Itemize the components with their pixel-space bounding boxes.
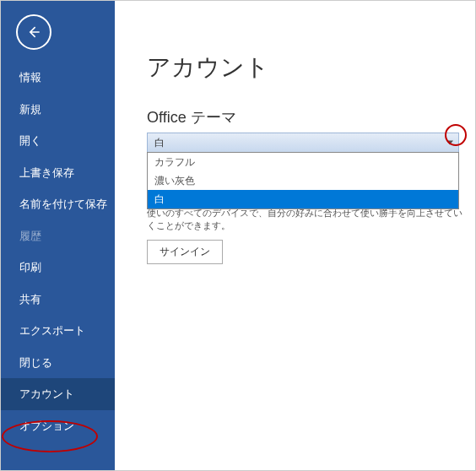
chevron-down-icon [446, 141, 453, 145]
signin-description: 使いのすべてのデバイスで、自分の好みに合わせて使い勝手を向上させていくことができ… [147, 207, 463, 233]
sidebar-item-open[interactable]: 開く [1, 125, 115, 157]
sidebar-item-save-as[interactable]: 名前を付けて保存 [1, 188, 115, 220]
theme-combobox-list: カラフル濃い灰色白 [147, 152, 459, 209]
theme-option[interactable]: 濃い灰色 [148, 171, 458, 190]
sidebar-item-options[interactable]: オプション [1, 410, 115, 442]
theme-option[interactable]: カラフル [148, 153, 458, 171]
back-arrow-icon [25, 24, 42, 41]
sidebar-item-save[interactable]: 上書き保存 [1, 157, 115, 189]
theme-combobox[interactable]: 白 カラフル濃い灰色白 [147, 133, 459, 153]
sidebar-item-export[interactable]: エクスポート [1, 315, 115, 347]
page-title: アカウント [147, 51, 475, 84]
theme-option[interactable]: 白 [148, 190, 458, 208]
sidebar-item-new[interactable]: 新規 [1, 94, 115, 126]
sidebar-item-account[interactable]: アカウント [1, 378, 115, 410]
main-panel: アカウント Office テーマ 白 カラフル濃い灰色白 使いのすべてのデバイス… [115, 1, 475, 470]
back-button[interactable] [16, 14, 51, 50]
signin-button[interactable]: サインイン [147, 240, 223, 264]
sidebar-item-share[interactable]: 共有 [1, 284, 115, 316]
theme-selected-value: 白 [154, 136, 165, 150]
theme-combobox-display[interactable]: 白 [147, 133, 459, 153]
backstage-view: 情報新規開く上書き保存名前を付けて保存履歴印刷共有エクスポート閉じるアカウントオ… [0, 0, 476, 471]
theme-label: Office テーマ [147, 107, 475, 127]
sidebar: 情報新規開く上書き保存名前を付けて保存履歴印刷共有エクスポート閉じるアカウントオ… [1, 1, 115, 470]
sidebar-item-print[interactable]: 印刷 [1, 252, 115, 284]
sidebar-item-info[interactable]: 情報 [1, 62, 115, 94]
sidebar-item-close[interactable]: 閉じる [1, 347, 115, 379]
sidebar-item-history: 履歴 [1, 220, 115, 252]
